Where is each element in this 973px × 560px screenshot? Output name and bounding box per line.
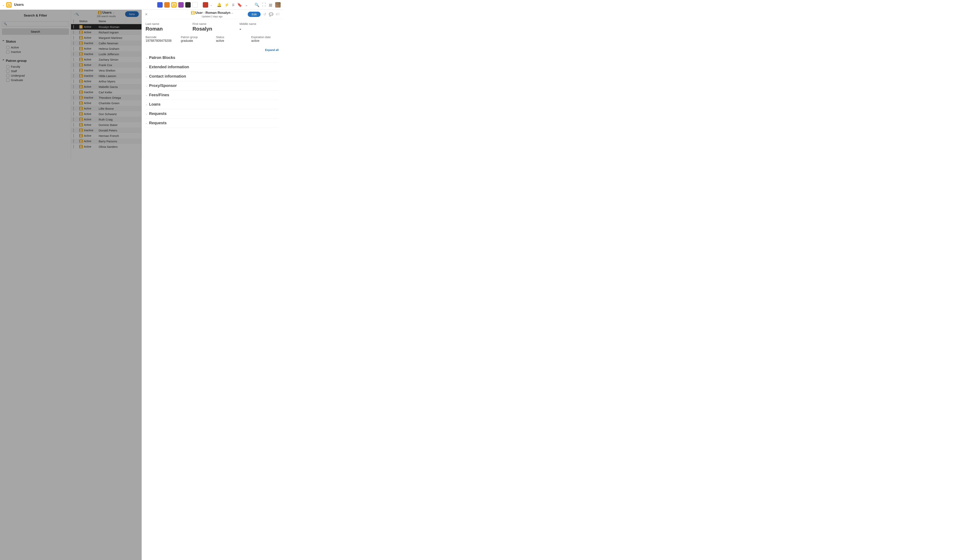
field-label: Patron group [181,35,208,39]
field-value: 197887809479208 [145,39,173,43]
field-value: graduate [181,39,208,43]
accordion-title: Requests [149,112,167,116]
tag-icon[interactable]: 🏷 [276,12,279,16]
app-title: Users [14,3,24,7]
expand-all-link[interactable]: Expand all [145,48,279,52]
close-detail-icon[interactable]: ✕ [145,12,148,17]
chevron-right-icon: ⌄ [145,66,147,68]
accordion-section[interactable]: ⌄Loans [145,100,279,109]
search-icon[interactable]: 🔍 [254,3,259,7]
accordion-title: Contact information [149,74,186,78]
history-icon[interactable]: ↺ [263,12,266,17]
chevron-right-icon: ⌄ [145,112,147,115]
field-label: First name [192,22,232,25]
app-switcher: ⌄ [157,2,213,8]
field-label: Expiration date [251,35,279,39]
accordion-section[interactable]: ⌄Contact information [145,72,279,81]
app-icon-2[interactable] [164,2,170,8]
field-value: active [251,39,279,43]
chevron-right-icon: ⌄ [145,122,147,125]
app-icon-4[interactable] [178,2,184,8]
app-icon-6[interactable] [192,2,198,8]
accordion-title: Extended information [149,65,189,69]
users-mini-icon [191,11,195,15]
library-icon[interactable]: ⅲ [232,3,234,7]
accordion-section[interactable]: ⌄Fees/Fines [145,90,279,100]
accordion-section[interactable]: ⌄Requests [145,118,279,128]
lightning-icon[interactable]: ⚡ [224,3,229,7]
chevron-right-icon: ⌄ [145,57,147,59]
field-label: Middle name [239,22,279,25]
grid-icon[interactable]: ▦ [269,3,273,7]
background-scrim [0,10,142,159]
chevron-right-icon: ⌄ [145,75,147,78]
field-value: Roman [145,26,185,32]
profile-avatar[interactable] [275,2,281,8]
detail-title: User · Roman Rosalyn ⌄ [191,11,233,15]
chevron-right-icon: ⌄ [145,94,147,97]
chevron-right-icon: ⌄ [145,84,147,87]
app-icon-7[interactable] [203,2,208,8]
field-label: Last name [145,22,185,25]
bookmark-icon[interactable]: 🔖 [237,3,242,7]
comment-icon[interactable]: 💬 [269,12,273,17]
accordion-title: Proxy/Sponsor [149,83,177,88]
accordion-section[interactable]: ⌄Patron Blocks [145,53,279,62]
app-menu-chevron-icon[interactable]: ⌄ [2,3,5,7]
field-value: Rosalyn [192,26,232,32]
notifications-icon[interactable]: 🔔 [217,3,222,7]
accordion-title: Patron Blocks [149,55,175,60]
bookmark-chevron-icon[interactable]: ⌄ [245,3,248,7]
users-app-icon[interactable] [6,2,12,8]
field-value: - [239,26,279,32]
accordion-title: Fees/Fines [149,93,169,97]
field-value: active [216,39,244,43]
app-icon-3[interactable] [171,2,177,8]
field-label: Status [216,35,244,39]
accordion-section[interactable]: ⌄Extended information [145,62,279,72]
app-overflow-chevron-icon[interactable]: ⌄ [210,3,213,7]
edit-button[interactable]: Edit [248,12,261,17]
app-icon-5[interactable] [185,2,191,8]
field-label: Barcode [145,35,173,39]
chevron-right-icon: ⌄ [145,103,147,106]
accordion-title: Requests [149,121,167,125]
fullscreen-icon[interactable]: ⛶ [262,3,266,7]
app-icon-1[interactable] [157,2,163,8]
accordion-section[interactable]: ⌄Requests [145,109,279,118]
accordion-section[interactable]: ⌄Proxy/Sponsor [145,81,279,90]
accordion-title: Loans [149,102,160,107]
chevron-down-icon: ⌄ [231,12,233,14]
detail-title-text: User · Roman Rosalyn [196,11,231,15]
